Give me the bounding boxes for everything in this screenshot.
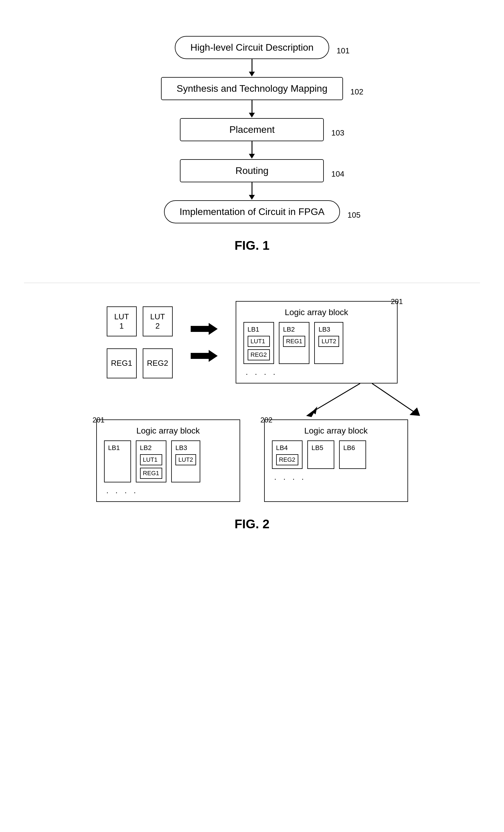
top-lb2-title: LB2	[283, 326, 305, 333]
fat-arrow-2	[191, 348, 218, 363]
top-lab-title: Logic array block	[243, 308, 390, 317]
lut-regs-col: LUT1 LUT2 REG1 REG2	[107, 306, 173, 379]
flowchart: High-level Circuit Description 101 Synth…	[161, 36, 343, 224]
node-103: Placement 103	[180, 118, 324, 141]
lut-row: LUT1 LUT2	[107, 306, 173, 336]
arrows-down-section	[24, 384, 480, 419]
br-lb5: LB5	[307, 440, 334, 469]
br-lb6-title: LB6	[343, 444, 362, 452]
top-lab-dots: . . . .	[243, 368, 390, 377]
node-102: Synthesis and Technology Mapping 102	[161, 77, 343, 100]
bl-lb1-title: LB1	[108, 444, 127, 452]
fig1-container: High-level Circuit Description 101 Synth…	[24, 18, 480, 265]
fig2-container: LUT1 LUT2 REG1 REG2	[24, 283, 480, 543]
br-lb4-title: LB4	[276, 444, 298, 452]
reg1-box: REG1	[107, 348, 137, 379]
node-105-text: Implementation of Circuit in FPGA	[180, 206, 325, 217]
fig2-caption: FIG. 2	[235, 517, 269, 531]
arrow-2	[249, 100, 255, 118]
bl-lb2: LB2 LUT1 REG1	[136, 440, 166, 483]
bl-lb3-title: LB3	[176, 444, 196, 452]
top-lb1-lut1: LUT1	[248, 336, 270, 347]
reg-row: REG1 REG2	[107, 348, 173, 379]
arrows-down-svg	[294, 384, 444, 419]
node-102-text: Synthesis and Technology Mapping	[177, 83, 327, 94]
fat-arrows-col	[191, 321, 218, 363]
top-lb3: LB3 LUT2	[314, 322, 343, 364]
top-lb1-reg2: REG2	[248, 349, 270, 360]
svg-line-2	[312, 384, 360, 412]
top-lb1: LB1 LUT1 REG2	[243, 322, 274, 364]
bottom-left-lab-inner: LB1 LB2 LUT1 REG1 LB3 LUT2	[104, 440, 232, 483]
bl-lb2-reg1: REG1	[140, 468, 162, 479]
top-lb1-title: LB1	[248, 326, 270, 333]
arrow-4	[249, 182, 255, 200]
bottom-right-lab-dots: . . . .	[272, 472, 400, 482]
node-101-text: High-level Circuit Description	[190, 42, 314, 53]
lut2-box: LUT2	[143, 306, 173, 336]
lut1-box: LUT1	[107, 306, 137, 336]
reg2-box: REG2	[143, 348, 173, 379]
bottom-left-lab-ref: 201	[92, 416, 105, 424]
bl-lb3-lut2: LUT2	[176, 454, 196, 465]
br-lb6: LB6	[339, 440, 366, 469]
svg-marker-6	[409, 408, 420, 416]
svg-marker-1	[191, 350, 218, 362]
bottom-right-lab: 202 Logic array block LB4 REG2 LB5 LB6	[264, 419, 408, 502]
bottom-right-lab-title: Logic array block	[272, 426, 400, 436]
top-lb3-lut2: LUT2	[318, 336, 339, 347]
bottom-left-lab-dots: . . . .	[104, 486, 232, 495]
fig2-bottom-section: 201 Logic array block LB1 LB2 LUT1 REG1	[24, 419, 480, 502]
bl-lb3: LB3 LUT2	[171, 440, 200, 483]
br-lb5-title: LB5	[312, 444, 330, 452]
fat-arrow-1	[191, 321, 218, 336]
arrow-3	[249, 141, 255, 159]
node-105: Implementation of Circuit in FPGA 105	[164, 200, 340, 224]
node-104-text: Routing	[235, 165, 268, 176]
fig1-caption: FIG. 1	[235, 238, 269, 253]
page: High-level Circuit Description 101 Synth…	[0, 0, 504, 561]
bl-lb2-title: LB2	[140, 444, 162, 452]
node-104-label: 104	[331, 170, 344, 179]
top-lab: 201 Logic array block LB1 LUT1 REG2 LB2 …	[236, 301, 398, 384]
bottom-left-lab: 201 Logic array block LB1 LB2 LUT1 REG1	[96, 419, 240, 502]
br-lb4: LB4 REG2	[272, 440, 302, 469]
top-lab-inner: LB1 LUT1 REG2 LB2 REG1 LB3 LUT2	[243, 322, 390, 364]
svg-line-5	[372, 384, 414, 412]
node-104: Routing 104	[180, 159, 324, 182]
top-lb2-reg1: REG1	[283, 336, 305, 347]
bottom-left-lab-title: Logic array block	[104, 426, 232, 436]
top-lb2: LB2 REG1	[279, 322, 310, 364]
node-102-label: 102	[350, 87, 363, 97]
bottom-right-lab-ref: 202	[261, 416, 272, 424]
br-lb4-reg2: REG2	[276, 454, 298, 465]
top-lab-wrapper: 201 Logic array block LB1 LUT1 REG2 LB2 …	[236, 301, 398, 384]
arrow-1	[249, 59, 255, 77]
bottom-right-lab-inner: LB4 REG2 LB5 LB6	[272, 440, 400, 469]
fig2-top-section: LUT1 LUT2 REG1 REG2	[24, 301, 480, 384]
node-101: High-level Circuit Description 101	[175, 36, 329, 59]
bl-lb1: LB1	[104, 440, 131, 483]
top-lb3-title: LB3	[318, 326, 339, 333]
bl-lb2-lut1: LUT1	[140, 454, 162, 465]
node-105-label: 105	[347, 210, 361, 220]
node-101-label: 101	[337, 46, 350, 55]
svg-marker-0	[191, 323, 218, 335]
top-lab-ref: 201	[391, 297, 403, 306]
node-103-text: Placement	[229, 124, 275, 135]
node-103-label: 103	[331, 128, 344, 138]
